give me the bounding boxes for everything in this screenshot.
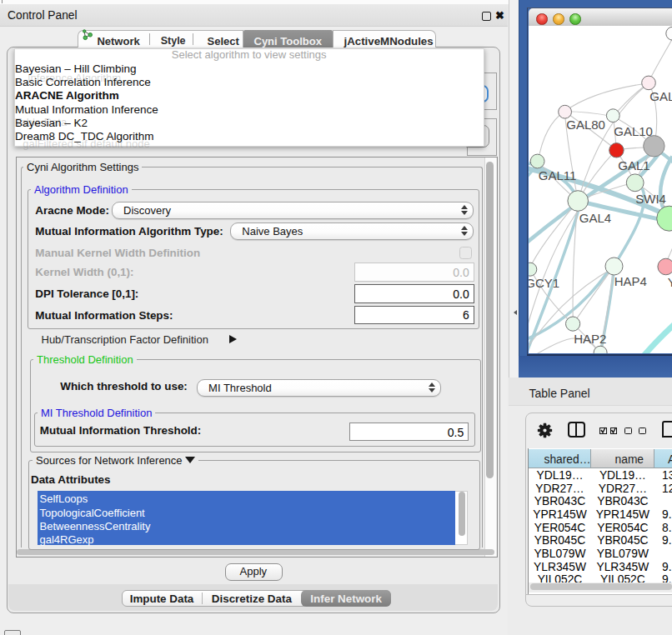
svg-text:GAL4: GAL4: [579, 211, 610, 225]
svg-text:SWI4: SWI4: [635, 192, 666, 206]
svg-text:GAL10: GAL10: [614, 124, 653, 138]
svg-text:Y: Y: [667, 275, 672, 289]
svg-text:HAP4: HAP4: [614, 274, 646, 288]
svg-text:GAL80: GAL80: [566, 118, 605, 132]
svg-text:HAP2: HAP2: [574, 332, 606, 346]
svg-text:GAL11: GAL11: [538, 168, 576, 182]
svg-text:GCY1: GCY1: [529, 276, 559, 290]
svg-text:GAL1: GAL1: [618, 158, 649, 172]
svg-text:GAL2: GAL2: [649, 89, 672, 103]
